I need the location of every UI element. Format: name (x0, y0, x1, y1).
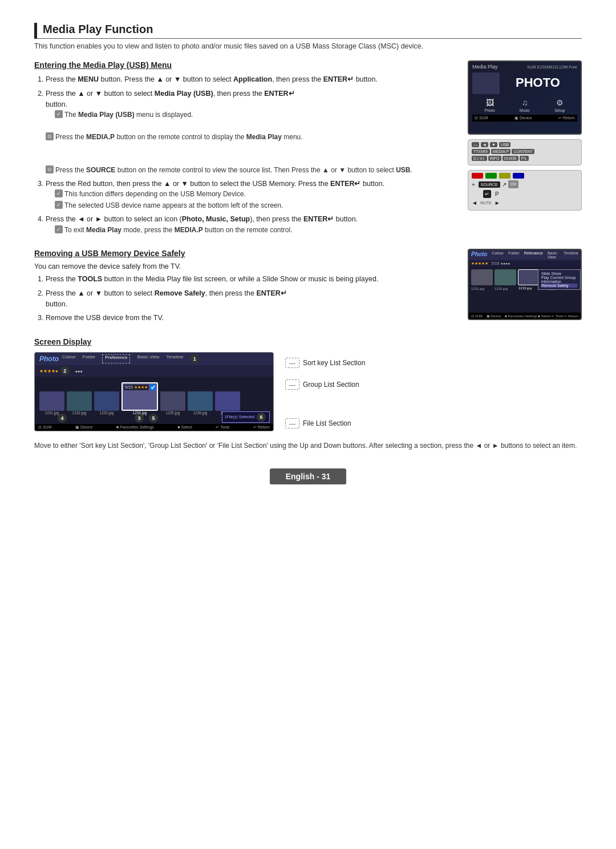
section1-title: Entering the Media Play (USB) Menu (34, 60, 456, 70)
step-4: Press the ◄ or ► button to select an ico… (46, 214, 456, 235)
intro-text: This function enables you to view and li… (34, 42, 582, 50)
remote-mockup-1: — ◄ ▼ USB TTXMIX MEDIA.P CONTENT D.I.V.I… (468, 139, 582, 165)
remote-btn-enter: ↵ (483, 190, 491, 198)
nav-right-arr: ► (495, 200, 500, 206)
sd-tab-timeline: Timeline (166, 354, 183, 363)
remote-btn-down: ▼ (490, 142, 497, 147)
step-3: Press the Red button, then press the ▲ o… (46, 179, 456, 211)
photo-tab-timeline: Timeline (564, 251, 578, 259)
note-2c: ⊙ Press the SOURCE button on the remote … (46, 165, 456, 175)
remote-btn-ttxmix: TTXMIX (472, 149, 490, 154)
music-icon: ♫ (522, 98, 528, 107)
media-play-screen: Media Play SUM E23SM612L1296 Free PHOTO … (468, 60, 582, 135)
page-title: Media Play Function (34, 23, 582, 39)
remote-mockup-2: + SOURCE ↗ CH ↵ P ◄ MUTE ► (468, 170, 582, 211)
photo-tab-folder: Folder (508, 251, 520, 259)
sd-tab-preference: Preference (102, 354, 130, 363)
remote-btn-usb: USB (499, 142, 510, 147)
note-icon-1: ✓ (55, 110, 63, 118)
note-2b: ⊙ Press the MEDIA.P button on the remote… (46, 132, 456, 142)
remote-btn-pl: P/L (520, 156, 529, 161)
sd-bar-fav: ■ Favourites Settings (116, 425, 154, 430)
note-4: ✓ To exit Media Play mode, press the MED… (55, 225, 456, 235)
label-group: — Group List Section (285, 379, 365, 390)
label-sort: — Sort key List Section (285, 358, 365, 368)
remote-btn-minus: — (472, 142, 479, 147)
nav-arrow: ↗ (502, 181, 506, 188)
note-icon-6: ✓ (55, 225, 63, 233)
sort-label-text: Sort key List Section (303, 359, 365, 367)
photo-tab-basic: Basic View (548, 251, 559, 259)
sd-tab-basic: Basic View (137, 354, 159, 363)
photo-tab-preference: Relevance (524, 251, 543, 259)
media-bottom-device: ▣ Device (514, 116, 532, 120)
thumb-1232: 1231.jpg (495, 269, 516, 285)
remote-btn-green (485, 173, 497, 179)
remote-btn-left: ◄ (481, 142, 488, 147)
photo-sort-bar: ★★★★★ 5/16 ●●●● (469, 260, 581, 267)
media-play-title-label: Media Play (472, 64, 498, 70)
setup-icon-label: Setup (554, 108, 565, 112)
setup-icon-item: ⚙ Setup (554, 98, 565, 112)
remote-btn-source: SOURCE (479, 181, 500, 188)
sd-group-dots: ●●● (75, 369, 83, 373)
remote-btn-mediap: MEDIA.P (491, 149, 511, 154)
file-bracket: — (285, 418, 299, 428)
photo-icon-item: 🖼 Photo (485, 98, 495, 112)
note-icon-3: ⊙ (46, 165, 54, 173)
section2-title: Removing a USB Memory Device Safely (34, 249, 456, 258)
sd-thumb-1232: 1232.jpg (67, 391, 92, 415)
footer-badge: English - 31 (270, 468, 347, 484)
note-icon-5: ✓ (55, 201, 63, 209)
remote-btn-yellow (499, 173, 510, 179)
photo-bar-sum: ⊟ SUM (471, 314, 483, 318)
screen-display-main: Photo Colour Folder Preference Basic Vie… (34, 352, 274, 431)
note-icon-4: ✓ (55, 189, 63, 197)
sd-tab-folder: Folder (83, 354, 96, 363)
remote-btn-info: INFO (488, 156, 501, 161)
note-2a: ✓ The Media Play (USB) menu is displayed… (55, 110, 456, 120)
bottom-note: Move to either 'Sort key List Section', … (34, 440, 582, 451)
group-label-text: Group List Section (303, 381, 359, 389)
photo-bottom-bar: ⊟ SUM ▣ Device ■ Favourites Settings ■ S… (469, 313, 581, 319)
step-1: Press the MENU button. Press the ▲ or ▼ … (46, 74, 456, 85)
sd-bar-select: ■ Select (177, 425, 192, 430)
note-3b: ✓ The selected USB device name appears a… (55, 200, 456, 211)
thumb-checkbox[interactable] (150, 385, 156, 390)
photo-icon: 🖼 (486, 98, 494, 107)
photo-icon-label: Photo (485, 108, 495, 112)
sd-bar-return: ↩ Return (253, 425, 270, 430)
group-bracket: — (285, 379, 299, 390)
sd-badge-4: 4 (58, 413, 68, 423)
sd-thumb-1233: 1233.jpg (94, 391, 119, 415)
photo-screen-mockup: Photo Colour Folder Relevance Basic View… (468, 249, 582, 320)
nav-plus: + (472, 181, 475, 188)
thumb-1231: 1231.jpg (471, 269, 493, 285)
label-file: — File List Section (285, 418, 365, 428)
sd-stars: ★★★★● (39, 369, 58, 374)
sd-tab-colour: Colour (62, 354, 76, 363)
photo-bar-tools: ■ Favourites Settings ■ Select ↵ Tools ↩… (505, 314, 578, 318)
popup-item-info: Information (541, 280, 577, 284)
footer: English - 31 (34, 468, 582, 484)
remote-btn-red (472, 173, 483, 179)
remote-btn-blue (513, 173, 524, 179)
section2-step-3: Remove the USB device from the TV. (46, 313, 456, 324)
mute-label: MUTE (480, 201, 492, 205)
screen-display-labels: — Sort key List Section — Group List Sec… (285, 352, 365, 431)
section2-step-2: Press the ▲ or ▼ button to select Remove… (46, 288, 456, 310)
step-2: Press the ▲ or ▼ button to select Media … (46, 88, 456, 175)
popup-item-remove: Remove Safely (541, 284, 577, 288)
remote-btn-guide: GUIDE (502, 156, 518, 161)
remote-btn-content: CONTENT (512, 149, 534, 154)
note-icon-2: ⊙ (46, 132, 54, 140)
media-bottom-sum: ⊟ SUM (475, 116, 488, 120)
sd-bar-sum: ⊟ SUM (38, 425, 52, 430)
sd-badge-3: 3 (135, 413, 145, 423)
section2-intro: You can remove the device safely from th… (34, 262, 456, 270)
sort-bracket: — (285, 358, 299, 368)
sd-bar-tools: ↵ Tools (216, 425, 229, 430)
sd-badge-2: 2 (60, 366, 71, 375)
photo-bar-device: ▣ Device (487, 314, 501, 318)
sd-file-area: 1231.jpg 1232.jpg 1233.jpg 5/15 ★★★★ (35, 377, 273, 431)
